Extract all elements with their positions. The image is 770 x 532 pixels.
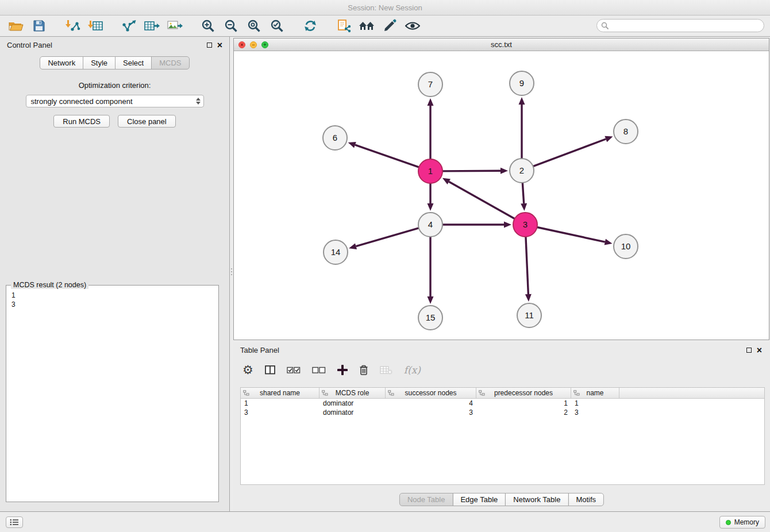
table-row[interactable]: 3dominator323: [241, 408, 764, 417]
graph-edge-3-10[interactable]: [537, 227, 613, 245]
tab-mcds[interactable]: MCDS: [151, 56, 189, 70]
control-panel-title: Control Panel: [7, 41, 52, 49]
column-header-successor-nodes[interactable]: successor nodes: [386, 388, 476, 398]
export-table-button[interactable]: [140, 17, 163, 35]
graph-node-9[interactable]: 9: [510, 71, 534, 95]
graph-node-3[interactable]: 3: [513, 213, 537, 237]
tab-node-table[interactable]: Node Table: [399, 493, 453, 506]
zoom-fit-button[interactable]: [242, 17, 265, 35]
save-icon: [33, 20, 45, 32]
maximize-window-button[interactable]: +: [261, 41, 268, 48]
graph-edge-4-3[interactable]: [442, 222, 511, 228]
graph-edge-2-8[interactable]: [533, 136, 613, 167]
show-hide-button[interactable]: [401, 17, 424, 35]
refresh-view-button[interactable]: [299, 17, 322, 35]
graph-node-6[interactable]: 6: [323, 126, 347, 150]
graph-edge-2-9[interactable]: [519, 97, 525, 159]
graph-node-7[interactable]: 7: [418, 72, 442, 97]
svg-text:3: 3: [523, 219, 528, 229]
function-builder-button[interactable]: f(x): [404, 364, 421, 376]
mcds-result-title: MCDS result (2 nodes): [11, 281, 88, 289]
first-neighbors-icon: [359, 20, 375, 32]
table-settings-button[interactable]: ⚙: [242, 364, 253, 376]
first-neighbors-button[interactable]: [355, 17, 378, 35]
memory-button[interactable]: Memory: [719, 516, 765, 529]
close-panel-icon[interactable]: ×: [217, 42, 222, 48]
graph-edge-2-3[interactable]: [521, 182, 527, 211]
tab-edge-table[interactable]: Edge Table: [452, 493, 506, 506]
export-image-button[interactable]: [163, 17, 186, 35]
select-all-button[interactable]: [287, 366, 301, 374]
table-row[interactable]: 1dominator411: [241, 399, 764, 408]
delete-column-button[interactable]: [359, 364, 368, 376]
zoom-out-icon: [224, 19, 238, 33]
zoom-out-button[interactable]: [220, 17, 242, 35]
graph-node-2[interactable]: 2: [510, 159, 534, 183]
tab-motifs[interactable]: Motifs: [568, 493, 604, 506]
graph-node-8[interactable]: 8: [614, 119, 638, 144]
column-edit-icon: [243, 390, 249, 396]
network-canvas[interactable]: 7968124314101511: [234, 51, 769, 340]
column-edit-icon: [573, 390, 580, 396]
import-table-button[interactable]: [84, 17, 107, 35]
import-table-icon: [87, 19, 103, 33]
search-input[interactable]: [596, 19, 764, 32]
import-network-button[interactable]: [61, 17, 84, 35]
graph-edge-3-11[interactable]: [525, 236, 532, 302]
graph-node-1[interactable]: 1: [418, 159, 442, 183]
add-column-button[interactable]: [337, 365, 348, 375]
trash-icon: [359, 364, 368, 376]
task-list-button[interactable]: [6, 516, 23, 528]
eye-icon: [405, 21, 420, 31]
main-toolbar: [0, 16, 770, 37]
zoom-fit-icon: [247, 19, 261, 33]
deselect-all-button[interactable]: [312, 366, 326, 374]
graph-edge-1-6[interactable]: [348, 142, 419, 167]
delete-table-button[interactable]: [380, 365, 392, 375]
graph-node-15[interactable]: 15: [418, 306, 442, 330]
tab-network-table[interactable]: Network Table: [505, 493, 568, 506]
graph-node-11[interactable]: 11: [517, 303, 541, 327]
graph-edge-1-4[interactable]: [428, 183, 434, 211]
apply-style-button[interactable]: [378, 17, 401, 35]
column-edit-icon: [388, 390, 394, 396]
float-panel-icon[interactable]: [207, 43, 212, 48]
save-session-button[interactable]: [28, 17, 51, 35]
tab-style[interactable]: Style: [83, 56, 116, 70]
tab-network[interactable]: Network: [40, 56, 83, 70]
graph-edge-1-2[interactable]: [442, 168, 508, 174]
column-selector-button[interactable]: [265, 365, 275, 375]
column-header-name[interactable]: name: [571, 388, 619, 398]
graph-edge-1-7[interactable]: [428, 98, 434, 160]
zoom-selected-button[interactable]: [265, 17, 288, 35]
graph-node-10[interactable]: 10: [614, 234, 638, 259]
column-header-predecessor-nodes[interactable]: predecessor nodes: [476, 388, 571, 398]
export-table-icon: [144, 19, 160, 33]
close-panel-button[interactable]: Close panel: [118, 115, 176, 128]
export-network-button[interactable]: [117, 17, 140, 35]
svg-text:9: 9: [519, 78, 524, 88]
column-header-filler: [619, 388, 764, 398]
graph-edge-4-15[interactable]: [428, 236, 434, 304]
run-mcds-button[interactable]: Run MCDS: [53, 115, 110, 128]
tab-select[interactable]: Select: [115, 56, 152, 70]
graph-edge-3-1[interactable]: [442, 178, 515, 219]
column-header-shared-name[interactable]: shared name: [241, 388, 319, 398]
close-window-button[interactable]: ×: [238, 41, 245, 48]
export-network-icon: [121, 19, 137, 33]
clone-network-button[interactable]: [332, 17, 355, 35]
graph-node-14[interactable]: 14: [324, 240, 348, 264]
graph-node-4[interactable]: 4: [418, 213, 442, 237]
graph-edge-4-14[interactable]: [349, 228, 419, 249]
network-graph: 7968124314101511: [234, 51, 769, 340]
zoom-in-button[interactable]: [197, 17, 220, 35]
float-table-panel-icon[interactable]: [746, 348, 752, 353]
search-field: [596, 19, 764, 32]
criterion-dropdown[interactable]: strongly connected component: [26, 95, 204, 107]
minimize-window-button[interactable]: −: [250, 41, 257, 48]
close-table-panel-icon[interactable]: ×: [757, 347, 762, 353]
export-image-icon: [167, 19, 183, 33]
zoom-in-icon: [201, 19, 215, 33]
open-session-button[interactable]: [5, 17, 28, 35]
column-header-MCDS-role[interactable]: MCDS role: [319, 388, 386, 398]
